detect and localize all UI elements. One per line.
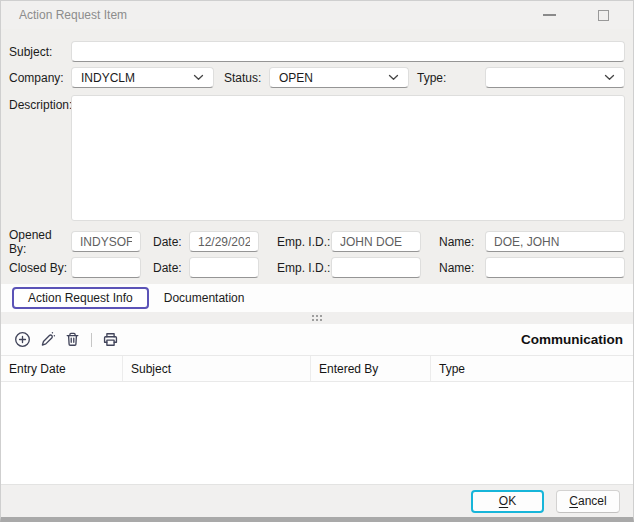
subject-input[interactable] bbox=[71, 41, 625, 62]
grid-body[interactable] bbox=[1, 382, 633, 484]
closed-date-label: Date: bbox=[153, 261, 189, 275]
status-value: OPEN bbox=[279, 71, 313, 85]
chevron-down-icon bbox=[388, 74, 399, 81]
maximize-icon bbox=[598, 10, 609, 21]
minimize-icon bbox=[543, 14, 556, 16]
print-button[interactable] bbox=[98, 328, 123, 352]
tab-strip: Action Request Info Documentation bbox=[1, 284, 633, 312]
grid-header: Entry Date Subject Entered By Type bbox=[1, 355, 633, 382]
toolbar-separator bbox=[91, 333, 92, 347]
action-request-item-dialog: Action Request Item Subject: Company: IN… bbox=[0, 0, 634, 522]
maximize-button[interactable] bbox=[594, 6, 612, 24]
column-header-entered-by[interactable]: Entered By bbox=[311, 356, 431, 381]
company-select[interactable]: INDYCLM bbox=[71, 67, 214, 88]
closed-emp-id-input[interactable] bbox=[331, 257, 421, 278]
edit-icon bbox=[39, 331, 56, 348]
closed-by-input[interactable] bbox=[71, 257, 141, 278]
description-label: Description: bbox=[9, 95, 71, 112]
column-header-entry-date[interactable]: Entry Date bbox=[1, 356, 123, 381]
print-icon bbox=[102, 331, 119, 348]
add-icon bbox=[14, 331, 31, 348]
tab-label: Documentation bbox=[164, 291, 245, 305]
minimize-button[interactable] bbox=[540, 6, 558, 24]
type-select[interactable] bbox=[485, 67, 625, 88]
splitter-bar[interactable] bbox=[1, 312, 633, 324]
splitter-grip-icon bbox=[312, 315, 322, 321]
opened-emp-id-label: Emp. I.D.: bbox=[277, 235, 331, 249]
type-label: Type: bbox=[417, 71, 454, 85]
description-row: Description: bbox=[9, 95, 625, 221]
company-label: Company: bbox=[9, 71, 71, 85]
communication-title: Communication bbox=[521, 332, 633, 347]
opened-name-input[interactable] bbox=[485, 231, 625, 252]
tab-action-request-info[interactable]: Action Request Info bbox=[12, 287, 149, 309]
ok-button[interactable]: OK bbox=[471, 490, 544, 513]
delete-entry-button[interactable] bbox=[60, 328, 85, 352]
column-header-type[interactable]: Type bbox=[431, 356, 633, 381]
form-area: Subject: Company: INDYCLM Status: OPEN T… bbox=[1, 29, 633, 284]
closed-name-label: Name: bbox=[439, 261, 485, 275]
status-label: Status: bbox=[224, 71, 269, 85]
closed-by-row: Closed By: Date: Emp. I.D.: Name: bbox=[9, 257, 625, 278]
status-select[interactable]: OPEN bbox=[269, 67, 409, 88]
opened-emp-id-input[interactable] bbox=[331, 231, 421, 252]
chevron-down-icon bbox=[193, 74, 204, 81]
delete-icon bbox=[64, 331, 81, 348]
opened-by-row: Opened By: Date: Emp. I.D.: Name: bbox=[9, 231, 625, 252]
subject-label: Subject: bbox=[9, 45, 71, 59]
opened-by-label: Opened By: bbox=[9, 228, 71, 256]
chevron-down-icon bbox=[604, 74, 615, 81]
window-controls bbox=[540, 6, 633, 24]
company-value: INDYCLM bbox=[81, 71, 135, 85]
add-entry-button[interactable] bbox=[10, 328, 35, 352]
closed-date-input[interactable] bbox=[189, 257, 259, 278]
window-title: Action Request Item bbox=[19, 8, 127, 22]
closed-name-input[interactable] bbox=[485, 257, 625, 278]
closed-by-label: Closed By: bbox=[9, 261, 71, 275]
description-textarea[interactable] bbox=[71, 95, 625, 221]
cancel-button[interactable]: Cancel bbox=[556, 490, 620, 513]
subject-row: Subject: bbox=[9, 41, 625, 62]
tab-documentation[interactable]: Documentation bbox=[149, 287, 260, 309]
opened-date-input[interactable] bbox=[189, 231, 259, 252]
edit-entry-button[interactable] bbox=[35, 328, 60, 352]
closed-emp-id-label: Emp. I.D.: bbox=[277, 261, 331, 275]
opened-date-label: Date: bbox=[153, 235, 189, 249]
footer-button-bar: OK Cancel bbox=[1, 484, 633, 517]
company-status-type-row: Company: INDYCLM Status: OPEN Type: bbox=[9, 67, 625, 88]
titlebar: Action Request Item bbox=[1, 1, 633, 29]
communication-toolbar: Communication bbox=[1, 324, 633, 355]
opened-by-input[interactable] bbox=[71, 231, 141, 252]
tab-label: Action Request Info bbox=[28, 291, 133, 305]
communication-panel: Communication Entry Date Subject Entered… bbox=[1, 324, 633, 484]
opened-name-label: Name: bbox=[439, 235, 485, 249]
column-header-subject[interactable]: Subject bbox=[123, 356, 311, 381]
